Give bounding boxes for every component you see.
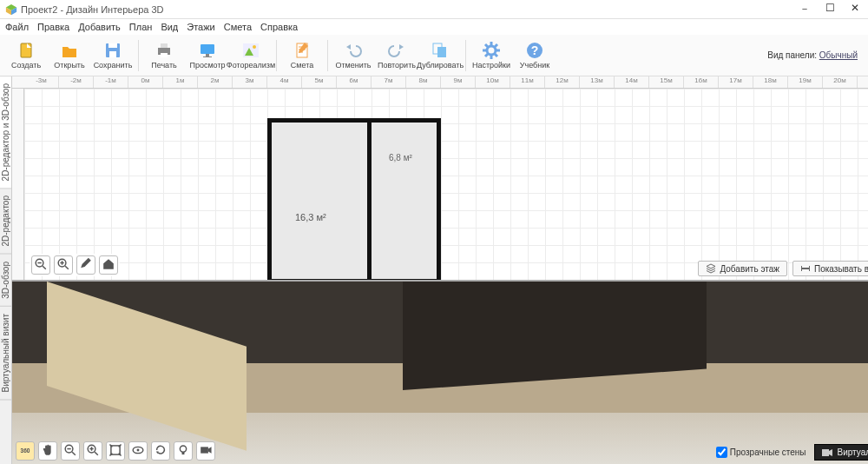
- svg-marker-42: [829, 449, 832, 456]
- vtab-0[interactable]: 2D-редактор и 3D-обзор: [0, 76, 11, 189]
- vtab-1[interactable]: 2D-редактор: [0, 189, 11, 255]
- zoom-extents-button[interactable]: [106, 441, 125, 461]
- svg-rect-3: [21, 43, 31, 57]
- menu-Добавить[interactable]: Добавить: [78, 22, 121, 32]
- svg-marker-18: [346, 44, 351, 50]
- layers-icon: [706, 263, 716, 274]
- hand-button[interactable]: [38, 441, 57, 461]
- svg-point-37: [180, 446, 186, 452]
- camera-button[interactable]: [196, 441, 215, 461]
- svg-rect-27: [801, 268, 810, 269]
- settings-button[interactable]: Настройки: [470, 36, 512, 75]
- 3d-view[interactable]: 360 Прозрачные стены Виртуальный визит: [12, 280, 868, 464]
- save-button[interactable]: Сохранить: [92, 36, 134, 75]
- menu-Правка[interactable]: Правка: [37, 22, 69, 32]
- room-hall[interactable]: [372, 192, 441, 283]
- panel-mode-link[interactable]: Обычный: [819, 50, 858, 60]
- refresh-button[interactable]: [151, 441, 170, 461]
- zoom-out-icon: [63, 443, 77, 459]
- preview-icon: [198, 41, 217, 60]
- svg-text:?: ?: [531, 43, 539, 57]
- menu-Справка[interactable]: Справка: [260, 22, 298, 32]
- print-button[interactable]: Печать: [143, 36, 185, 75]
- camera-icon: [822, 448, 832, 457]
- 2d-canvas[interactable]: 16,3 м² 6,8 м² Добавить этаж Показывать …: [24, 89, 868, 280]
- duplicate-button[interactable]: Дублировать: [419, 36, 461, 75]
- create-icon: [16, 41, 36, 60]
- zoom-in-button[interactable]: [54, 255, 73, 275]
- undo-button[interactable]: Отменить: [332, 36, 374, 75]
- svg-rect-10: [161, 53, 168, 57]
- ruler-vertical: [12, 89, 24, 280]
- svg-rect-7: [109, 51, 116, 57]
- save-icon: [103, 41, 122, 60]
- panel-label: Вид панели:: [767, 50, 817, 60]
- left-vertical-tabs: 2D-редактор и 3D-обзор2D-редактор3D-обзо…: [0, 76, 12, 464]
- zoom-out-icon: [34, 257, 48, 273]
- svg-point-16: [253, 45, 256, 49]
- refresh-icon: [154, 443, 168, 459]
- vtab-2[interactable]: 3D-обзор: [0, 255, 11, 307]
- menu-Этажи[interactable]: Этажи: [187, 22, 214, 32]
- deg360-button[interactable]: 360: [16, 441, 35, 461]
- settings-icon: [482, 41, 501, 60]
- bulb-button[interactable]: [174, 441, 193, 461]
- menu-Смета[interactable]: Смета: [224, 22, 252, 32]
- menubar: ФайлПравкаДобавитьПланВидЭтажиСметаСправ…: [0, 19, 868, 35]
- photoreal-button[interactable]: Фотореализм: [230, 36, 272, 75]
- photoreal-icon: [241, 41, 260, 60]
- svg-point-35: [137, 449, 140, 452]
- help-icon: ?: [525, 41, 544, 60]
- eye-button[interactable]: [128, 441, 148, 461]
- 2d-mini-toolbar: [30, 254, 120, 276]
- 3d-mini-toolbar: 360: [16, 441, 215, 461]
- svg-marker-40: [208, 447, 212, 453]
- svg-text:360: 360: [21, 447, 30, 454]
- svg-rect-9: [161, 43, 168, 48]
- open-icon: [60, 41, 79, 60]
- menu-План[interactable]: План: [129, 22, 153, 32]
- camera-icon: [199, 443, 213, 459]
- svg-marker-19: [399, 44, 404, 50]
- svg-rect-11: [201, 44, 214, 54]
- zoom-out-button[interactable]: [61, 441, 80, 461]
- estimate-icon: [293, 41, 312, 60]
- create-button[interactable]: Создать: [5, 36, 47, 75]
- svg-rect-38: [182, 452, 185, 454]
- svg-point-22: [487, 46, 496, 55]
- print-icon: [155, 41, 174, 60]
- maximize-button[interactable]: ☐: [825, 2, 835, 17]
- add-floor-button[interactable]: Добавить этаж: [698, 261, 787, 276]
- app-logo-icon: [5, 3, 17, 16]
- preview-button[interactable]: Просмотр: [187, 36, 228, 75]
- area-label-kitchen: 6,8 м²: [389, 153, 412, 162]
- home-button[interactable]: [99, 255, 118, 275]
- virtual-visit-button[interactable]: Виртуальный визит: [814, 444, 868, 461]
- zoom-in-button[interactable]: [83, 441, 102, 461]
- show-dimensions-button[interactable]: Показывать все размеры: [792, 261, 868, 276]
- minimize-button[interactable]: －: [799, 2, 810, 17]
- pencil-icon: [79, 257, 93, 273]
- transparent-walls-checkbox[interactable]: Прозрачные стены: [716, 447, 806, 458]
- undo-icon: [344, 41, 363, 60]
- hand-icon: [41, 443, 55, 459]
- help-button[interactable]: ?Учебник: [514, 36, 556, 75]
- home-icon: [102, 257, 115, 273]
- svg-rect-33: [111, 446, 120, 454]
- titlebar: Проект2 - Дизайн Интерьера 3D － ☐ ✕: [0, 0, 868, 19]
- zoom-out-button[interactable]: [31, 255, 50, 275]
- floor-plan[interactable]: 16,3 м² 6,8 м²: [267, 99, 441, 282]
- pencil-button[interactable]: [76, 255, 95, 275]
- dimensions-icon: [800, 263, 811, 274]
- menu-Вид[interactable]: Вид: [161, 22, 178, 32]
- svg-rect-21: [437, 47, 446, 57]
- svg-rect-28: [801, 266, 802, 271]
- vtab-3[interactable]: Виртуальный визит: [0, 307, 11, 401]
- open-button[interactable]: Открыть: [49, 36, 90, 75]
- close-button[interactable]: ✕: [851, 2, 859, 17]
- redo-button[interactable]: Повторить: [376, 36, 418, 75]
- estimate-button[interactable]: Смета: [281, 36, 323, 75]
- room-main[interactable]: [267, 118, 372, 283]
- menu-Файл[interactable]: Файл: [5, 22, 29, 32]
- svg-rect-12: [206, 54, 209, 56]
